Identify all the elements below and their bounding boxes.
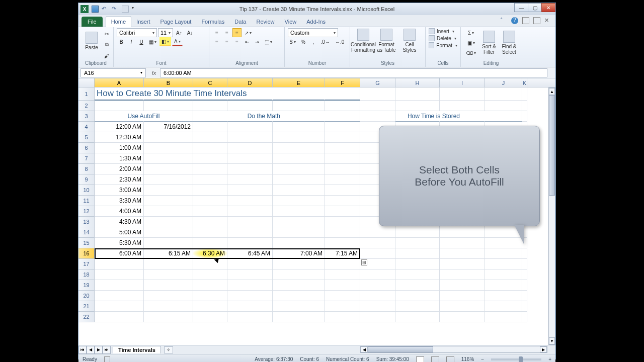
cell[interactable] (95, 301, 144, 312)
tab-page-layout[interactable]: Page Layout (155, 17, 197, 27)
cell[interactable] (193, 217, 227, 227)
cell[interactable] (485, 280, 522, 291)
tab-addins[interactable]: Add-Ins (301, 17, 331, 27)
col-header-f[interactable]: F (325, 78, 360, 87)
col-header-h[interactable]: H (395, 78, 440, 87)
cell[interactable] (440, 291, 485, 301)
prev-sheet-icon[interactable]: ◀ (87, 346, 95, 354)
cell[interactable] (273, 132, 325, 143)
cell[interactable] (273, 217, 325, 227)
cell[interactable] (193, 87, 227, 101)
border-button[interactable]: ▦ (147, 37, 158, 46)
cell[interactable] (144, 185, 193, 196)
cell[interactable] (227, 217, 273, 227)
cell[interactable] (325, 101, 360, 111)
cell[interactable] (522, 101, 527, 111)
minimize-button[interactable]: — (514, 3, 528, 12)
align-left-icon[interactable]: ≡ (212, 37, 221, 46)
cell[interactable] (144, 217, 193, 227)
cell[interactable] (360, 238, 395, 248)
vertical-scrollbar[interactable]: ▲ ▼ (548, 87, 555, 345)
autofill-options-icon[interactable]: ⊞ (361, 259, 367, 265)
cell[interactable] (144, 269, 193, 280)
scroll-left-icon[interactable]: ◀ (361, 346, 368, 352)
font-name-select[interactable]: Calibri (117, 28, 157, 37)
row-header[interactable]: 3 (78, 111, 95, 122)
restore-workbook-icon[interactable] (522, 17, 529, 24)
cell[interactable] (440, 301, 485, 312)
cell[interactable] (440, 238, 485, 248)
cell[interactable] (193, 153, 227, 164)
row-header[interactable]: 11 (78, 196, 95, 206)
cell[interactable] (273, 280, 325, 291)
cell[interactable] (95, 280, 144, 291)
cell[interactable] (325, 87, 360, 101)
row-header[interactable]: 22 (78, 312, 95, 322)
cell[interactable] (440, 259, 485, 269)
file-tab[interactable]: File (82, 17, 103, 27)
zoom-level[interactable]: 116% (461, 356, 474, 362)
cell[interactable]: Do the Math (193, 111, 227, 122)
cell[interactable] (522, 248, 527, 259)
cell[interactable] (440, 248, 485, 259)
cell[interactable] (360, 87, 395, 101)
cell-styles-button[interactable]: Cell Styles (399, 28, 420, 53)
cell[interactable] (440, 87, 485, 101)
format-as-table-button[interactable]: Format as Table (376, 28, 396, 53)
align-middle-icon[interactable]: ≡ (222, 28, 231, 37)
cell[interactable]: 2:30 AM (95, 174, 144, 185)
cell[interactable] (273, 269, 325, 280)
cell[interactable] (144, 238, 193, 248)
col-header-b[interactable]: B (144, 78, 193, 87)
cell[interactable] (485, 269, 522, 280)
cell[interactable] (325, 111, 360, 122)
cell[interactable]: 12:30 AM (95, 132, 144, 143)
tab-formulas[interactable]: Formulas (196, 17, 229, 27)
cell[interactable] (95, 312, 144, 322)
cell[interactable] (227, 259, 273, 269)
font-size-select[interactable]: 11 (158, 28, 173, 37)
cell[interactable]: 6:15 AM (144, 248, 193, 259)
cell[interactable] (485, 101, 522, 111)
row-header[interactable]: 6 (78, 143, 95, 153)
delete-cells-button[interactable]: Delete (429, 35, 457, 41)
save-icon[interactable] (92, 6, 99, 13)
align-right-icon[interactable]: ≡ (232, 37, 242, 46)
row-header[interactable]: 10 (78, 185, 95, 196)
bold-button[interactable]: B (117, 37, 126, 46)
cell[interactable] (144, 312, 193, 322)
cell[interactable] (325, 238, 360, 248)
sort-filter-button[interactable]: Sort & Filter (480, 30, 498, 55)
col-header-c[interactable]: C (193, 78, 227, 87)
fill-color-button[interactable]: ◧ (159, 37, 171, 46)
row-header[interactable]: 5 (78, 132, 95, 143)
decrease-indent-icon[interactable]: ⇤ (243, 37, 252, 46)
macro-record-icon[interactable] (104, 356, 110, 363)
copy-icon[interactable]: ⧉ (102, 40, 111, 49)
cell[interactable] (193, 291, 227, 301)
cell[interactable] (325, 174, 360, 185)
next-sheet-icon[interactable]: ▶ (95, 346, 103, 354)
row-header[interactable]: 14 (78, 227, 95, 238)
cell[interactable]: 7/16/2012 (144, 122, 193, 132)
row-header[interactable]: 9 (78, 174, 95, 185)
col-header-i[interactable]: I (440, 78, 485, 87)
conditional-formatting-button[interactable]: Conditional Formatting (353, 28, 373, 53)
cell[interactable]: 7:15 AM (325, 248, 360, 259)
cell[interactable] (325, 269, 360, 280)
cell[interactable] (193, 259, 227, 269)
view-layout-icon[interactable] (431, 356, 439, 363)
orientation-icon[interactable]: ↗ (243, 28, 254, 37)
cell[interactable] (193, 185, 227, 196)
cell[interactable] (360, 280, 395, 291)
cell[interactable] (193, 312, 227, 322)
row-header[interactable]: 16 (78, 248, 95, 259)
cell[interactable] (273, 101, 325, 111)
worksheet-grid[interactable]: A B C D E F G H I J K 1How to Create 30 … (78, 78, 555, 345)
cell[interactable] (193, 227, 227, 238)
autosum-icon[interactable]: Σ (464, 28, 478, 37)
cut-icon[interactable]: ✂ (102, 29, 111, 38)
cell[interactable]: 1:30 AM (95, 153, 144, 164)
row-header[interactable]: 1 (78, 87, 95, 101)
cell[interactable] (360, 111, 395, 122)
